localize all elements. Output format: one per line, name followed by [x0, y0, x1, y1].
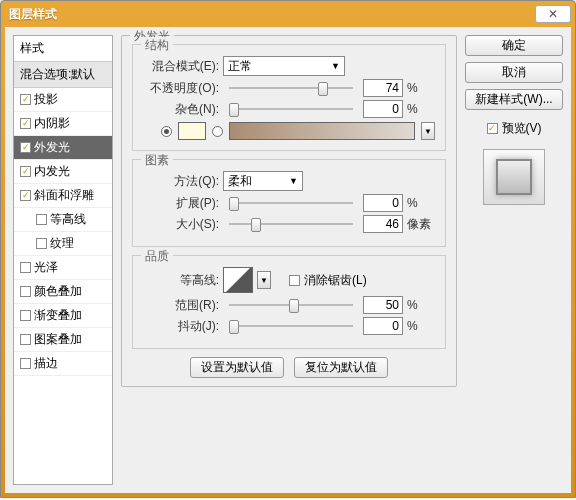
style-item[interactable]: 内阴影 [14, 112, 112, 136]
style-item-label: 外发光 [34, 139, 70, 156]
style-item[interactable]: 颜色叠加 [14, 280, 112, 304]
close-icon: ✕ [548, 7, 558, 21]
style-checkbox[interactable] [36, 238, 47, 249]
action-panel: 确定 取消 新建样式(W)... 预览(V) [465, 35, 563, 485]
ok-button[interactable]: 确定 [465, 35, 563, 56]
style-item-label: 渐变叠加 [34, 307, 82, 324]
gradient-preview[interactable] [229, 122, 415, 140]
size-input[interactable]: 46 [363, 215, 403, 233]
style-item[interactable]: 斜面和浮雕 [14, 184, 112, 208]
noise-input[interactable]: 0 [363, 100, 403, 118]
layer-style-dialog: 图层样式 ✕ 样式 混合选项:默认 投影内阴影外发光内发光斜面和浮雕等高线纹理光… [0, 0, 576, 498]
style-item[interactable]: 投影 [14, 88, 112, 112]
contour-picker[interactable] [223, 267, 253, 293]
styles-list: 样式 混合选项:默认 投影内阴影外发光内发光斜面和浮雕等高线纹理光泽颜色叠加渐变… [13, 35, 113, 485]
quality-legend: 品质 [141, 248, 173, 265]
dialog-body: 样式 混合选项:默认 投影内阴影外发光内发光斜面和浮雕等高线纹理光泽颜色叠加渐变… [5, 27, 571, 493]
style-item-label: 描边 [34, 355, 58, 372]
style-checkbox[interactable] [20, 286, 31, 297]
style-checkbox[interactable] [20, 190, 31, 201]
close-button[interactable]: ✕ [535, 5, 571, 23]
style-checkbox[interactable] [20, 166, 31, 177]
contour-label: 等高线: [143, 272, 219, 289]
titlebar[interactable]: 图层样式 ✕ [1, 1, 575, 27]
noise-slider[interactable] [229, 100, 353, 118]
window-title: 图层样式 [9, 6, 57, 23]
opacity-label: 不透明度(O): [143, 80, 219, 97]
style-item-label: 颜色叠加 [34, 283, 82, 300]
style-item-label: 投影 [34, 91, 58, 108]
spread-label: 扩展(P): [143, 195, 219, 212]
new-style-button[interactable]: 新建样式(W)... [465, 89, 563, 110]
blend-mode-select[interactable]: 正常▼ [223, 56, 345, 76]
set-default-button[interactable]: 设置为默认值 [190, 357, 284, 378]
style-checkbox[interactable] [20, 94, 31, 105]
structure-legend: 结构 [141, 37, 173, 54]
preview-label: 预览(V) [502, 120, 542, 137]
jitter-slider[interactable] [229, 317, 353, 335]
color-radio[interactable] [161, 126, 172, 137]
style-checkbox[interactable] [20, 334, 31, 345]
size-slider[interactable] [229, 215, 353, 233]
reset-default-button[interactable]: 复位为默认值 [294, 357, 388, 378]
settings-panel: 外发光 结构 混合模式(E): 正常▼ 不透明度(O): 74 % 杂色(N): [121, 35, 457, 485]
chevron-down-icon: ▼ [331, 61, 340, 71]
style-checkbox[interactable] [20, 358, 31, 369]
style-item-label: 斜面和浮雕 [34, 187, 94, 204]
size-label: 大小(S): [143, 216, 219, 233]
styles-header: 样式 [14, 36, 112, 62]
element-legend: 图素 [141, 152, 173, 169]
preview-checkbox[interactable] [487, 123, 498, 134]
preview-thumbnail [483, 149, 545, 205]
spread-slider[interactable] [229, 194, 353, 212]
style-item[interactable]: 光泽 [14, 256, 112, 280]
gradient-dropdown[interactable]: ▼ [421, 122, 435, 140]
cancel-button[interactable]: 取消 [465, 62, 563, 83]
style-item-label: 内阴影 [34, 115, 70, 132]
range-input[interactable]: 50 [363, 296, 403, 314]
antialias-checkbox[interactable] [289, 275, 300, 286]
quality-group: 品质 等高线: ▼ 消除锯齿(L) 范围(R): 50 % [132, 255, 446, 349]
style-item[interactable]: 图案叠加 [14, 328, 112, 352]
style-item[interactable]: 等高线 [14, 208, 112, 232]
style-checkbox[interactable] [20, 118, 31, 129]
style-checkbox[interactable] [20, 310, 31, 321]
gradient-radio[interactable] [212, 126, 223, 137]
style-item-label: 图案叠加 [34, 331, 82, 348]
chevron-down-icon: ▼ [289, 176, 298, 186]
contour-dropdown[interactable]: ▼ [257, 271, 271, 289]
style-item[interactable]: 外发光 [14, 136, 112, 160]
spread-input[interactable]: 0 [363, 194, 403, 212]
outer-glow-group: 外发光 结构 混合模式(E): 正常▼ 不透明度(O): 74 % 杂色(N): [121, 35, 457, 387]
opacity-input[interactable]: 74 [363, 79, 403, 97]
style-checkbox[interactable] [36, 214, 47, 225]
color-swatch[interactable] [178, 122, 206, 140]
opacity-slider[interactable] [229, 79, 353, 97]
style-item[interactable]: 内发光 [14, 160, 112, 184]
style-item[interactable]: 描边 [14, 352, 112, 376]
jitter-input[interactable]: 0 [363, 317, 403, 335]
range-slider[interactable] [229, 296, 353, 314]
style-item-label: 纹理 [50, 235, 74, 252]
style-item-label: 内发光 [34, 163, 70, 180]
style-checkbox[interactable] [20, 262, 31, 273]
structure-group: 结构 混合模式(E): 正常▼ 不透明度(O): 74 % 杂色(N): [132, 44, 446, 151]
style-item[interactable]: 纹理 [14, 232, 112, 256]
antialias-label: 消除锯齿(L) [304, 272, 367, 289]
style-item[interactable]: 渐变叠加 [14, 304, 112, 328]
blend-options-header[interactable]: 混合选项:默认 [14, 62, 112, 88]
range-label: 范围(R): [143, 297, 219, 314]
blend-mode-label: 混合模式(E): [143, 58, 219, 75]
style-checkbox[interactable] [20, 142, 31, 153]
style-item-label: 等高线 [50, 211, 86, 228]
method-select[interactable]: 柔和▼ [223, 171, 303, 191]
noise-label: 杂色(N): [143, 101, 219, 118]
element-group: 图素 方法(Q): 柔和▼ 扩展(P): 0 % 大小(S): 46 [132, 159, 446, 247]
jitter-label: 抖动(J): [143, 318, 219, 335]
style-item-label: 光泽 [34, 259, 58, 276]
method-label: 方法(Q): [143, 173, 219, 190]
